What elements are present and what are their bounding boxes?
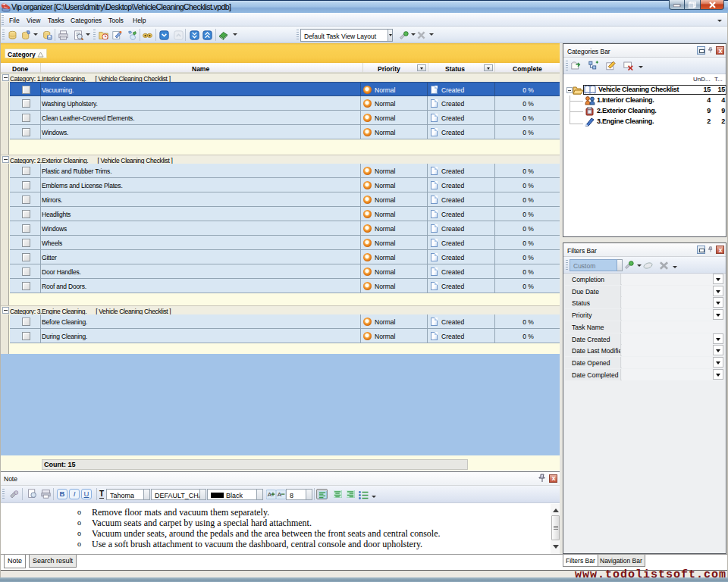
svg-text:A: A [268, 491, 272, 498]
svg-text:A: A [278, 491, 282, 498]
